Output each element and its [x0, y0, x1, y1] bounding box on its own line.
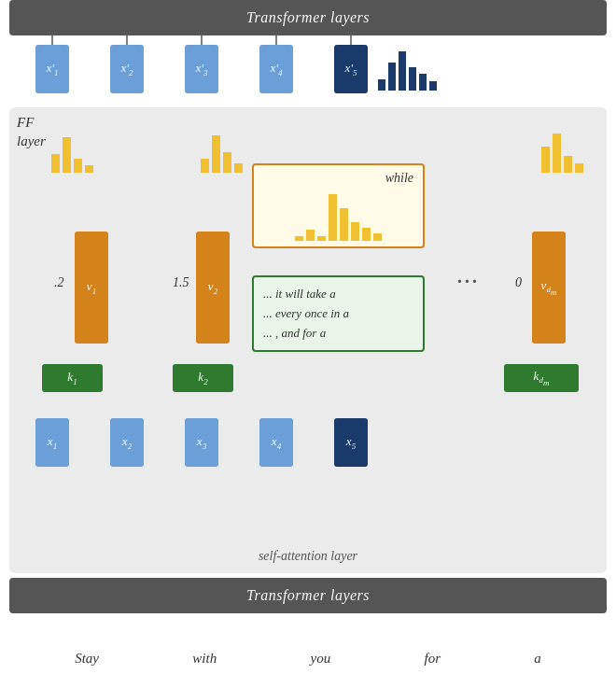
output-x4: x'4: [259, 45, 293, 93]
output-x5: x'5: [334, 45, 368, 93]
scalar-v1: .2: [54, 275, 64, 290]
key-kdm: kdm: [504, 364, 579, 392]
diagram-container: Transformer layers x'1 x'2 x'3 x'4 x'5 F…: [0, 0, 616, 674]
input-x2: x2: [110, 418, 144, 467]
top-transformer-label: Transformer layers: [246, 9, 370, 26]
bar-6: [429, 81, 437, 91]
callout-while-bars: [263, 190, 413, 241]
input-x5: x5: [334, 418, 368, 467]
ff-layer-label: FFlayer: [17, 114, 46, 150]
bar-5: [419, 74, 427, 91]
scalar-v2: 1.5: [173, 275, 189, 290]
word-stay: Stay: [75, 651, 99, 667]
input-x3: x3: [185, 418, 218, 467]
bar-1: [378, 79, 385, 91]
vector-vdm: vdm: [532, 232, 566, 344]
word-you: you: [310, 651, 330, 667]
scalar-vdm: 0: [515, 275, 522, 290]
output-x3: x'3: [185, 45, 218, 93]
top-bar-chart: [378, 49, 437, 91]
callout-text-line2: ... every once in a: [263, 304, 413, 324]
callout-text-line3: ... , and for a: [263, 324, 413, 344]
yellow-bars-2: [201, 126, 243, 173]
callout-text-line1: ... it will take a: [263, 285, 413, 304]
bar-3: [399, 51, 406, 91]
key-k2: k2: [173, 364, 233, 392]
bottom-transformer-label: Transformer layers: [246, 587, 370, 604]
yellow-bars-3: [541, 126, 583, 173]
bottom-words: Stay with you for a: [9, 651, 607, 667]
ellipsis-middle: ···: [457, 271, 480, 292]
word-with: with: [192, 651, 217, 667]
top-transformer-bar: Transformer layers: [9, 0, 607, 35]
callout-text: ... it will take a ... every once in a .…: [252, 275, 425, 352]
callout-while: while: [252, 163, 425, 248]
word-for: for: [424, 651, 441, 667]
output-x2: x'2: [110, 45, 144, 93]
yellow-bars-1: [51, 126, 93, 173]
callout-while-title: while: [263, 171, 413, 186]
vector-v1: v1: [75, 232, 108, 344]
bar-2: [388, 63, 396, 91]
input-x1: x1: [35, 418, 69, 467]
vector-v2: v2: [196, 232, 230, 344]
output-x1: x'1: [35, 45, 69, 93]
self-attention-label: self-attention layer: [0, 549, 616, 564]
bar-4: [409, 67, 416, 91]
input-x4: x4: [259, 418, 293, 467]
word-a: a: [534, 651, 541, 667]
bottom-transformer-bar: Transformer layers: [9, 578, 607, 613]
key-k1: k1: [42, 364, 103, 392]
